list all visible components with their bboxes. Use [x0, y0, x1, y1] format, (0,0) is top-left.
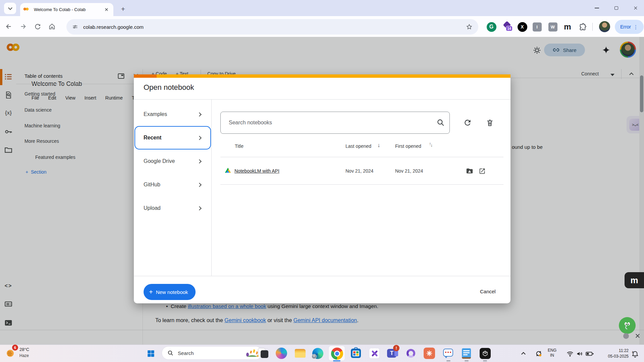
assistant-close-icon[interactable] — [634, 332, 641, 340]
search-icon[interactable] — [432, 115, 449, 130]
chat-app-icon[interactable] — [442, 347, 455, 360]
tab-title: Welcome To Colab - Colab — [34, 7, 103, 12]
open-in-drive-icon[interactable] — [465, 166, 475, 176]
tab-close-icon[interactable] — [103, 6, 110, 13]
weather-condition: Haze — [19, 353, 29, 358]
cell-last-opened: Nov 21, 2024 — [345, 168, 373, 174]
grammarly-extension-icon[interactable]: G — [486, 21, 497, 32]
browser-update-error-button[interactable]: Error ⋮ — [615, 20, 644, 34]
file-explorer-icon[interactable] — [294, 347, 307, 360]
task-view-icon[interactable] — [257, 347, 270, 360]
window-maximize-button[interactable] — [610, 3, 622, 13]
trash-button[interactable] — [482, 115, 497, 130]
active-tab[interactable]: Welcome To Colab - Colab — [20, 3, 113, 16]
dialog-nav-google-drive[interactable]: Google Drive — [137, 153, 208, 169]
dialog-header-divider — [134, 99, 511, 100]
notification-bell-icon[interactable]: z — [630, 349, 640, 359]
dialog-accent-bar — [134, 74, 511, 78]
forward-button[interactable] — [17, 21, 29, 32]
x-extension-icon[interactable]: X — [517, 21, 528, 32]
chevron-right-icon — [197, 112, 202, 117]
tab-search-chevron-button[interactable] — [4, 3, 16, 14]
ms-store-icon[interactable] — [350, 347, 362, 360]
chat-running-indicator — [446, 360, 450, 361]
dialog-footer-divider — [134, 276, 511, 276]
chevron-right-icon — [197, 206, 202, 210]
w-extension-icon[interactable]: W — [547, 21, 558, 32]
taskbar-search-box[interactable]: Search — [162, 346, 262, 360]
language-primary: ENG — [548, 348, 556, 353]
weather-temp: 28°C — [19, 347, 29, 352]
volume-icon[interactable] — [575, 349, 584, 358]
designer-icon[interactable] — [368, 347, 381, 360]
copilot-icon[interactable] — [275, 347, 288, 360]
notebook-search-input[interactable] — [221, 120, 432, 126]
column-last-opened[interactable]: Last opened — [345, 143, 371, 149]
i-extension-icon[interactable]: I — [532, 21, 542, 32]
battery-icon[interactable] — [585, 349, 595, 358]
dialog-nav-examples[interactable]: Examples — [137, 106, 208, 122]
sync-status-icon[interactable] — [534, 349, 543, 358]
notepad-app-icon[interactable] — [460, 347, 473, 360]
browser-menu-icon[interactable]: ⋮ — [633, 24, 638, 29]
chevron-right-icon — [197, 183, 202, 187]
column-first-opened[interactable]: First opened — [395, 143, 421, 149]
dialog-nav-upload[interactable]: Upload — [137, 200, 208, 216]
teams-icon[interactable]: T ! — [386, 347, 399, 360]
new-notebook-button[interactable]: + New notebook — [144, 284, 196, 300]
back-button[interactable] — [3, 21, 14, 32]
url-text[interactable]: colab.research.google.com — [83, 24, 466, 30]
chevron-right-icon — [197, 159, 202, 164]
open-notebook-dialog: Open notebook Examples Recent Google Dri… — [134, 74, 511, 303]
drive-file-icon — [224, 167, 232, 174]
weather-alert-badge: 6 — [12, 345, 18, 351]
starburst-app-icon[interactable] — [423, 347, 436, 360]
window-close-button[interactable] — [630, 3, 641, 13]
colab-favicon — [23, 7, 31, 12]
wifi-icon[interactable] — [565, 349, 575, 358]
coupon-extension-icon[interactable]: 14 — [502, 21, 513, 32]
extensions-puzzle-icon[interactable] — [577, 21, 588, 32]
nav-label: Google Drive — [144, 158, 175, 164]
nav-label: Recent — [144, 135, 161, 141]
edge-icon[interactable] — [311, 347, 324, 360]
notepad-running-indicator — [465, 360, 469, 361]
clippy-assistant-button[interactable] — [619, 317, 636, 334]
error-label: Error — [620, 24, 631, 29]
bookmark-star-icon[interactable] — [466, 23, 473, 31]
dialog-nav-github[interactable]: GitHub — [137, 177, 208, 193]
open-in-new-icon[interactable] — [477, 166, 487, 176]
monica-extension-icon[interactable]: m — [562, 21, 573, 32]
sort-desc-icon[interactable]: ↓ — [377, 142, 380, 149]
assistant-minimize-dot[interactable] — [623, 333, 629, 339]
window-minimize-button[interactable] — [591, 3, 602, 13]
table-row[interactable]: NotebookLM with API Nov 21, 2024 Nov 21,… — [220, 157, 503, 184]
clock-time: 11:22 — [599, 348, 629, 354]
start-button[interactable] — [144, 347, 157, 360]
plus-icon: + — [149, 289, 153, 295]
site-settings-icon[interactable] — [72, 23, 78, 30]
refresh-button[interactable] — [460, 115, 475, 130]
cancel-button[interactable]: Cancel — [477, 287, 499, 296]
toolbar-separator — [592, 23, 593, 31]
home-button[interactable] — [46, 21, 58, 32]
weather-widget[interactable]: 6 28°C Haze — [4, 346, 54, 361]
svg-text:z: z — [632, 350, 633, 354]
cube-app-icon[interactable] — [479, 347, 491, 360]
sort-both-icon[interactable]: ↑↓ — [429, 141, 433, 146]
url-bar[interactable]: colab.research.google.com — [66, 19, 478, 35]
notebook-link[interactable]: NotebookLM with API — [234, 168, 279, 174]
reload-button[interactable] — [32, 21, 43, 32]
dialog-title: Open notebook — [144, 83, 194, 92]
monica-extension-button[interactable]: m — [625, 272, 644, 288]
language-indicator[interactable]: ENG IN — [548, 348, 556, 358]
browser-profile-avatar[interactable] — [599, 21, 610, 32]
dialog-nav-recent[interactable]: Recent — [137, 130, 208, 146]
screen: Welcome To Colab File Edit View Insert R… — [0, 0, 644, 362]
loop-icon[interactable] — [405, 347, 417, 360]
new-tab-button[interactable]: + — [118, 4, 128, 14]
chrome-active-plate[interactable] — [328, 346, 345, 361]
column-title[interactable]: Title — [235, 143, 244, 149]
clock-widget[interactable]: 11:22 05-03-2025 — [599, 348, 629, 359]
clock-date: 05-03-2025 — [599, 354, 629, 359]
